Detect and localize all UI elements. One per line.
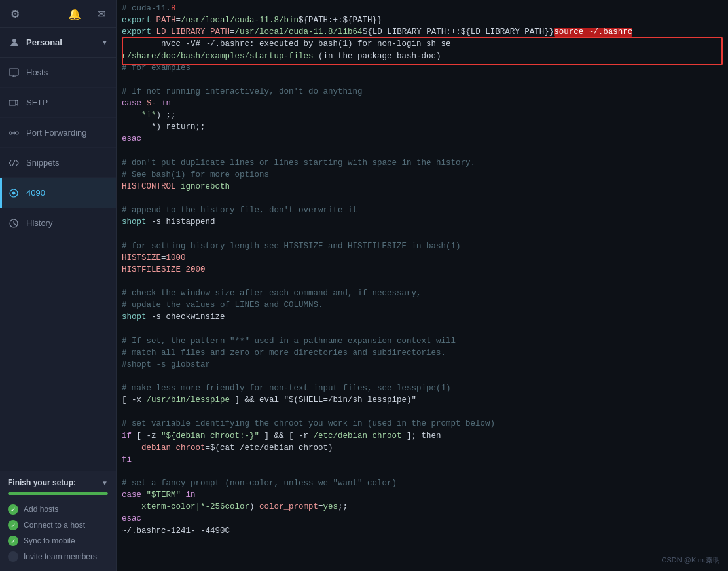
svg-point-0 (12, 39, 16, 43)
sftp-icon (8, 97, 20, 109)
setup-progress-bar (8, 492, 108, 495)
port-forwarding-label: Port Forwarding (26, 128, 86, 138)
connect-check: ✓ (8, 520, 18, 530)
svg-rect-1 (9, 69, 18, 75)
snippets-label: Snippets (26, 158, 60, 168)
sidebar-item-port-forwarding[interactable]: Port Forwarding (0, 118, 116, 148)
sidebar: ⚙ 🔔 ✉ Personal ▼ (0, 0, 117, 571)
mail-button[interactable]: ✉ (94, 5, 108, 23)
history-label: History (26, 218, 52, 228)
mail-icon: ✉ (97, 8, 105, 20)
setup-item-connect: ✓ Connect to a host (8, 517, 108, 533)
personal-icon (8, 36, 21, 49)
sidebar-item-history[interactable]: History (0, 208, 116, 238)
hosts-label: Hosts (26, 67, 48, 77)
sidebar-spacer (0, 238, 116, 471)
invite-check (8, 551, 18, 562)
hosts-icon (8, 67, 20, 79)
invite-label: Invite team members (24, 552, 97, 561)
sidebar-right-icons: 🔔 ✉ (65, 5, 108, 23)
add-hosts-label: Add hosts (24, 505, 58, 514)
main-content: # cuda-11.8 export PATH=/usr/local/cuda-… (117, 0, 728, 571)
settings-button[interactable]: ⚙ (8, 5, 22, 23)
notifications-button[interactable]: 🔔 (65, 5, 84, 23)
connect-label: Connect to a host (24, 521, 85, 530)
sidebar-icon-group: ⚙ (8, 5, 22, 23)
terminal-content: # cuda-11.8 export PATH=/usr/local/cuda-… (117, 3, 728, 537)
setup-header[interactable]: Finish your setup: ▼ (8, 478, 108, 487)
sftp-label: SFTP (26, 98, 48, 107)
svg-line-10 (12, 160, 15, 166)
terminal-active-icon (8, 187, 20, 199)
svg-point-6 (16, 132, 18, 134)
setup-item-add-hosts: ✓ Add hosts (8, 502, 108, 517)
sync-label: Sync to mobile (24, 536, 75, 545)
personal-section[interactable]: Personal ▼ (0, 28, 116, 58)
setup-section: Finish your setup: ▼ ✓ Add hosts ✓ Conne… (0, 471, 116, 571)
svg-rect-4 (9, 100, 16, 105)
personal-chevron: ▼ (101, 39, 108, 46)
sidebar-item-4090[interactable]: 4090 (0, 178, 116, 208)
svg-point-5 (9, 132, 12, 134)
sidebar-item-sftp[interactable]: SFTP (0, 88, 116, 118)
setup-progress-fill (8, 492, 108, 495)
terminal-area[interactable]: # cuda-11.8 export PATH=/usr/local/cuda-… (117, 0, 728, 571)
sync-check: ✓ (8, 536, 18, 546)
snippets-icon (8, 157, 20, 169)
setup-item-sync: ✓ Sync to mobile (8, 533, 108, 549)
personal-label: Personal (26, 37, 62, 47)
add-hosts-check: ✓ (8, 504, 18, 515)
setup-item-invite: Invite team members (8, 549, 108, 564)
watermark: CSDN @Kim.秦明 (662, 555, 720, 566)
settings-icon: ⚙ (10, 8, 20, 20)
svg-point-12 (12, 192, 15, 194)
setup-title: Finish your setup: (8, 478, 76, 487)
sidebar-item-snippets[interactable]: Snippets (0, 148, 116, 178)
port-forwarding-icon (8, 127, 20, 139)
sidebar-item-hosts[interactable]: Hosts (0, 58, 116, 88)
sidebar-top-bar: ⚙ 🔔 ✉ (0, 0, 116, 28)
setup-chevron: ▼ (101, 479, 108, 487)
4090-label: 4090 (26, 188, 45, 198)
history-icon (8, 217, 20, 229)
bell-icon: 🔔 (68, 8, 81, 20)
